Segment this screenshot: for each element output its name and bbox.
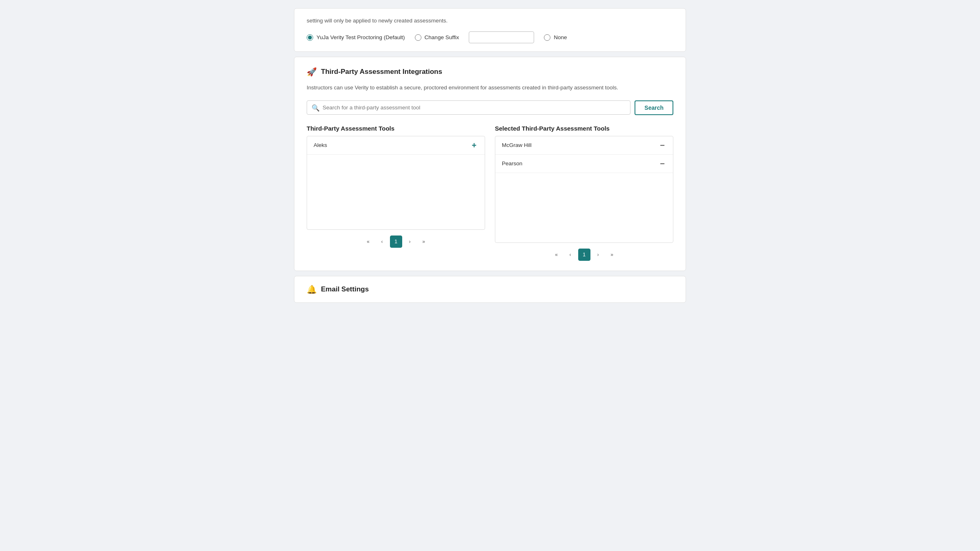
available-tools-column: Third-Party Assessment Tools Aleks + « ‹… bbox=[307, 125, 485, 261]
list-item: McGraw Hill − bbox=[495, 136, 673, 155]
list-item: Aleks + bbox=[307, 136, 485, 155]
selected-tools-list: McGraw Hill − Pearson − bbox=[495, 136, 673, 243]
bell-icon: 🔔 bbox=[307, 284, 317, 294]
first-page-button[interactable]: « bbox=[362, 236, 374, 248]
radio-yuja-default-label: YuJa Verity Test Proctoring (Default) bbox=[316, 34, 405, 40]
email-settings-section: 🔔 Email Settings bbox=[294, 276, 686, 303]
first-page-button[interactable]: « bbox=[550, 249, 563, 261]
last-page-button[interactable]: » bbox=[418, 236, 430, 248]
selected-tools-column: Selected Third-Party Assessment Tools Mc… bbox=[495, 125, 673, 261]
selected-tools-pagination: « ‹ 1 › » bbox=[495, 249, 673, 261]
third-party-title: Third-Party Assessment Integrations bbox=[321, 68, 442, 76]
available-tools-pagination: « ‹ 1 › » bbox=[307, 236, 485, 248]
remove-tool-button[interactable]: − bbox=[658, 160, 666, 168]
proctoring-radio-group: YuJa Verity Test Proctoring (Default) Ch… bbox=[307, 31, 673, 43]
third-party-icon: 🚀 bbox=[307, 67, 317, 77]
email-settings-title: Email Settings bbox=[321, 285, 369, 293]
prev-page-button[interactable]: ‹ bbox=[376, 236, 388, 248]
search-input-wrapper: 🔍 bbox=[307, 100, 630, 115]
prev-page-button[interactable]: ‹ bbox=[564, 249, 577, 261]
search-input[interactable] bbox=[307, 100, 630, 115]
email-settings-header: 🔔 Email Settings bbox=[307, 284, 673, 294]
selected-tools-empty bbox=[495, 173, 673, 242]
proctoring-settings-section: setting will only be applied to newly cr… bbox=[294, 8, 686, 52]
list-item: Pearson − bbox=[495, 155, 673, 173]
settings-description: setting will only be applied to newly cr… bbox=[307, 17, 673, 25]
search-icon: 🔍 bbox=[312, 104, 320, 111]
third-party-section: 🚀 Third-Party Assessment Integrations In… bbox=[294, 57, 686, 271]
tool-name: Pearson bbox=[502, 160, 522, 167]
third-party-header: 🚀 Third-Party Assessment Integrations bbox=[307, 67, 673, 77]
search-bar-row: 🔍 Search bbox=[307, 100, 673, 115]
tools-columns: Third-Party Assessment Tools Aleks + « ‹… bbox=[307, 125, 673, 261]
available-tools-list: Aleks + bbox=[307, 136, 485, 230]
next-page-button[interactable]: › bbox=[592, 249, 604, 261]
tool-name: Aleks bbox=[314, 142, 327, 148]
available-tools-empty bbox=[307, 155, 485, 224]
radio-none-label: None bbox=[554, 34, 567, 40]
third-party-description: Instructors can use Verity to establish … bbox=[307, 83, 673, 92]
suffix-input[interactable] bbox=[469, 31, 534, 43]
next-page-button[interactable]: › bbox=[404, 236, 416, 248]
available-tools-title: Third-Party Assessment Tools bbox=[307, 125, 485, 132]
selected-tools-title: Selected Third-Party Assessment Tools bbox=[495, 125, 673, 132]
last-page-button[interactable]: » bbox=[606, 249, 618, 261]
radio-none[interactable]: None bbox=[544, 34, 567, 41]
page-1-button[interactable]: 1 bbox=[390, 236, 402, 248]
radio-yuja-default[interactable]: YuJa Verity Test Proctoring (Default) bbox=[307, 34, 405, 41]
tool-name: McGraw Hill bbox=[502, 142, 532, 148]
page-1-button[interactable]: 1 bbox=[578, 249, 590, 261]
radio-change-suffix-label: Change Suffix bbox=[425, 34, 459, 40]
add-tool-button[interactable]: + bbox=[470, 141, 478, 149]
search-button[interactable]: Search bbox=[635, 100, 673, 115]
radio-change-suffix[interactable]: Change Suffix bbox=[415, 34, 459, 41]
remove-tool-button[interactable]: − bbox=[658, 141, 666, 149]
